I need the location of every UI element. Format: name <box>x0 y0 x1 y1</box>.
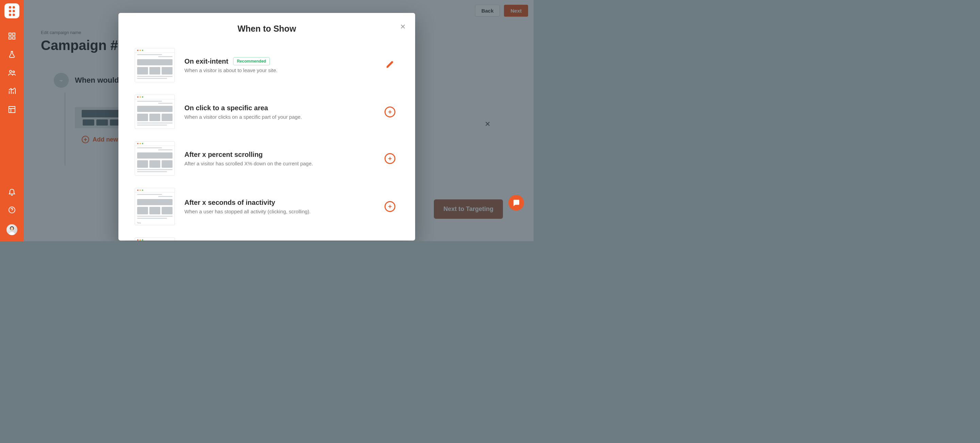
users-icon[interactable] <box>8 69 16 77</box>
recommended-badge: Recommended <box>233 57 270 65</box>
svg-rect-2 <box>9 37 11 39</box>
option-title: After x seconds of inactivity <box>185 199 275 206</box>
svg-point-9 <box>11 227 13 230</box>
avatar[interactable] <box>6 224 18 235</box>
bell-icon[interactable] <box>8 187 16 195</box>
add-option-button[interactable] <box>384 152 396 165</box>
option-description: When a visitor clicks on a specific part… <box>185 114 327 120</box>
option-description: After a visitor has scrolled X% down on … <box>185 160 327 167</box>
svg-rect-0 <box>9 33 11 35</box>
trigger-option[interactable]: On click to a specific areaWhen a visito… <box>135 95 396 129</box>
plus-circle-icon <box>385 201 395 212</box>
svg-rect-1 <box>13 33 15 35</box>
plus-circle-icon <box>385 106 395 117</box>
option-title: After x percent scrolling <box>185 151 263 159</box>
option-description: When a user has stopped all activity (cl… <box>185 208 327 214</box>
option-thumbnail <box>135 95 175 129</box>
trigger-option[interactable]: After x percent scrollingAfter a visitor… <box>135 141 396 176</box>
flask-icon[interactable] <box>8 50 16 59</box>
modal-title: When to Show <box>118 24 415 34</box>
analytics-icon[interactable] <box>8 87 16 95</box>
when-to-show-modal: When to Show On exit-intentRecommendedWh… <box>118 13 415 241</box>
edit-option-button[interactable] <box>384 59 396 71</box>
pencil-icon <box>385 60 395 70</box>
intercom-launcher[interactable] <box>508 195 524 211</box>
help-icon[interactable] <box>8 206 16 214</box>
svg-point-5 <box>13 71 14 73</box>
option-thumbnail <box>135 141 175 176</box>
plus-circle-icon <box>385 153 395 164</box>
trigger-option[interactable]: On exit-intentRecommendedWhen a visitor … <box>135 48 396 83</box>
app-logo[interactable] <box>5 3 19 18</box>
close-icon[interactable] <box>399 22 407 31</box>
app-sidebar <box>0 0 24 241</box>
add-option-button[interactable] <box>384 200 396 213</box>
add-option-button[interactable] <box>384 106 396 118</box>
grid-icon[interactable] <box>8 32 16 40</box>
trigger-option[interactable]: TimeAfter x seconds of inactivityWhen a … <box>135 188 396 225</box>
option-thumbnail <box>135 48 175 83</box>
option-thumbnail: Time <box>135 238 175 241</box>
svg-rect-6 <box>9 106 15 113</box>
svg-point-4 <box>10 70 11 73</box>
layout-icon[interactable] <box>8 105 16 114</box>
trigger-option[interactable]: TimeAfter x secondsWhen a visitor has be… <box>135 238 396 241</box>
option-thumbnail: Time <box>135 188 175 225</box>
svg-rect-3 <box>13 37 15 39</box>
trigger-option-list: On exit-intentRecommendedWhen a visitor … <box>118 40 415 241</box>
option-title: On click to a specific area <box>185 104 268 112</box>
option-title: On exit-intent <box>185 57 228 65</box>
option-description: When a visitor is about to leave your si… <box>185 67 327 73</box>
